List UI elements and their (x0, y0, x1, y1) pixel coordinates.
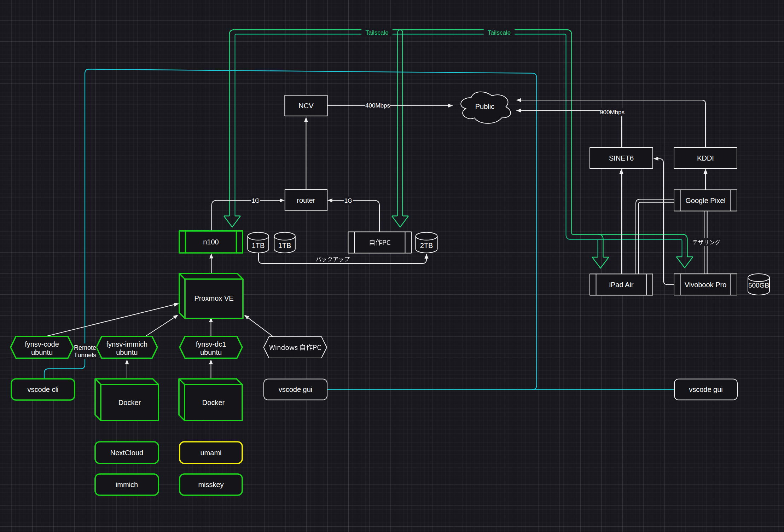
svg-text:Docker: Docker (118, 399, 141, 406)
svg-text:NextCloud: NextCloud (110, 449, 143, 457)
svg-text:n100: n100 (203, 238, 219, 246)
svg-text:SINET6: SINET6 (609, 154, 634, 162)
svg-text:Docker: Docker (202, 399, 225, 406)
svg-text:KDDI: KDDI (697, 154, 714, 162)
svg-text:fynsv-code: fynsv-code (25, 340, 59, 348)
svg-text:vscode gui: vscode gui (279, 386, 313, 393)
svg-text:1TB: 1TB (278, 242, 291, 249)
svg-text:1G: 1G (344, 197, 353, 204)
svg-text:umami: umami (200, 449, 221, 457)
svg-text:Public: Public (475, 103, 494, 110)
svg-text:900Mbps: 900Mbps (600, 109, 625, 116)
svg-text:1G: 1G (252, 197, 260, 204)
svg-text:misskey: misskey (198, 481, 223, 488)
svg-text:ubuntu: ubuntu (31, 348, 53, 356)
svg-text:2TB: 2TB (420, 242, 433, 249)
svg-text:ubuntu: ubuntu (200, 348, 222, 356)
svg-text:vscode gui: vscode gui (689, 386, 723, 393)
svg-text:500GB: 500GB (748, 282, 769, 289)
svg-text:Tailscale: Tailscale (488, 29, 511, 36)
svg-text:NCV: NCV (298, 102, 314, 110)
svg-text:fynsv-immich: fynsv-immich (106, 340, 147, 348)
svg-text:Proxmox VE: Proxmox VE (194, 294, 233, 302)
svg-text:ubuntu: ubuntu (116, 348, 138, 356)
svg-text:Tunnels: Tunnels (74, 352, 96, 359)
svg-text:Tailscale: Tailscale (365, 29, 388, 36)
svg-text:1TB: 1TB (252, 242, 265, 249)
svg-text:immich: immich (116, 481, 138, 488)
svg-text:400Mbps: 400Mbps (365, 102, 390, 109)
svg-text:iPad Air: iPad Air (609, 281, 634, 289)
svg-text:Google Pixel: Google Pixel (685, 197, 725, 204)
svg-text:fynsv-dc1: fynsv-dc1 (196, 340, 226, 348)
svg-text:router: router (297, 196, 315, 204)
svg-text:vscode cli: vscode cli (28, 386, 59, 393)
svg-text:Remote: Remote (74, 344, 96, 351)
svg-text:Vivobook Pro: Vivobook Pro (685, 281, 727, 289)
